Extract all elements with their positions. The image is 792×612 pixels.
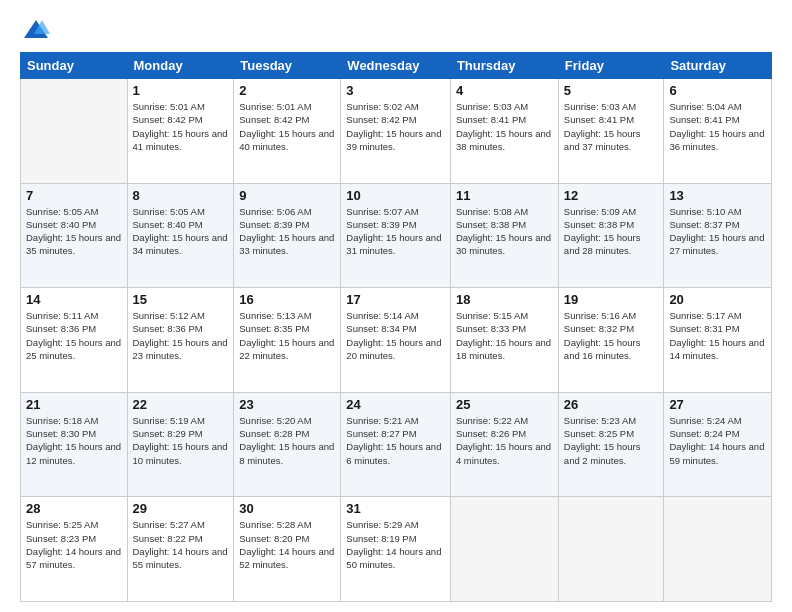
page: SundayMondayTuesdayWednesdayThursdayFrid… — [0, 0, 792, 612]
calendar-cell: 6Sunrise: 5:04 AM Sunset: 8:41 PM Daylig… — [664, 79, 772, 184]
day-number: 29 — [133, 501, 229, 516]
calendar-cell: 10Sunrise: 5:07 AM Sunset: 8:39 PM Dayli… — [341, 183, 451, 288]
calendar-cell: 3Sunrise: 5:02 AM Sunset: 8:42 PM Daylig… — [341, 79, 451, 184]
day-info: Sunrise: 5:02 AM Sunset: 8:42 PM Dayligh… — [346, 100, 445, 153]
day-number: 28 — [26, 501, 122, 516]
day-info: Sunrise: 5:12 AM Sunset: 8:36 PM Dayligh… — [133, 309, 229, 362]
calendar-cell: 21Sunrise: 5:18 AM Sunset: 8:30 PM Dayli… — [21, 392, 128, 497]
day-info: Sunrise: 5:14 AM Sunset: 8:34 PM Dayligh… — [346, 309, 445, 362]
day-number: 24 — [346, 397, 445, 412]
calendar-cell: 20Sunrise: 5:17 AM Sunset: 8:31 PM Dayli… — [664, 288, 772, 393]
weekday-header: Saturday — [664, 53, 772, 79]
day-info: Sunrise: 5:05 AM Sunset: 8:40 PM Dayligh… — [133, 205, 229, 258]
day-number: 8 — [133, 188, 229, 203]
calendar-cell: 8Sunrise: 5:05 AM Sunset: 8:40 PM Daylig… — [127, 183, 234, 288]
header — [20, 16, 772, 44]
day-number: 25 — [456, 397, 553, 412]
calendar-cell: 1Sunrise: 5:01 AM Sunset: 8:42 PM Daylig… — [127, 79, 234, 184]
weekday-header: Thursday — [450, 53, 558, 79]
day-number: 23 — [239, 397, 335, 412]
day-number: 10 — [346, 188, 445, 203]
day-info: Sunrise: 5:27 AM Sunset: 8:22 PM Dayligh… — [133, 518, 229, 571]
calendar-cell: 24Sunrise: 5:21 AM Sunset: 8:27 PM Dayli… — [341, 392, 451, 497]
day-info: Sunrise: 5:17 AM Sunset: 8:31 PM Dayligh… — [669, 309, 766, 362]
weekday-header: Friday — [558, 53, 664, 79]
day-number: 21 — [26, 397, 122, 412]
calendar-cell: 13Sunrise: 5:10 AM Sunset: 8:37 PM Dayli… — [664, 183, 772, 288]
calendar-week-row: 7Sunrise: 5:05 AM Sunset: 8:40 PM Daylig… — [21, 183, 772, 288]
day-info: Sunrise: 5:21 AM Sunset: 8:27 PM Dayligh… — [346, 414, 445, 467]
calendar-cell: 31Sunrise: 5:29 AM Sunset: 8:19 PM Dayli… — [341, 497, 451, 602]
day-number: 14 — [26, 292, 122, 307]
day-number: 12 — [564, 188, 659, 203]
day-number: 4 — [456, 83, 553, 98]
calendar-week-row: 1Sunrise: 5:01 AM Sunset: 8:42 PM Daylig… — [21, 79, 772, 184]
logo-icon — [22, 16, 50, 44]
day-info: Sunrise: 5:19 AM Sunset: 8:29 PM Dayligh… — [133, 414, 229, 467]
calendar-cell: 16Sunrise: 5:13 AM Sunset: 8:35 PM Dayli… — [234, 288, 341, 393]
day-number: 26 — [564, 397, 659, 412]
day-number: 20 — [669, 292, 766, 307]
day-info: Sunrise: 5:04 AM Sunset: 8:41 PM Dayligh… — [669, 100, 766, 153]
day-info: Sunrise: 5:18 AM Sunset: 8:30 PM Dayligh… — [26, 414, 122, 467]
day-number: 7 — [26, 188, 122, 203]
day-info: Sunrise: 5:09 AM Sunset: 8:38 PM Dayligh… — [564, 205, 659, 258]
calendar-cell: 14Sunrise: 5:11 AM Sunset: 8:36 PM Dayli… — [21, 288, 128, 393]
day-info: Sunrise: 5:10 AM Sunset: 8:37 PM Dayligh… — [669, 205, 766, 258]
weekday-header-row: SundayMondayTuesdayWednesdayThursdayFrid… — [21, 53, 772, 79]
calendar-cell: 12Sunrise: 5:09 AM Sunset: 8:38 PM Dayli… — [558, 183, 664, 288]
day-number: 16 — [239, 292, 335, 307]
day-number: 30 — [239, 501, 335, 516]
calendar-table: SundayMondayTuesdayWednesdayThursdayFrid… — [20, 52, 772, 602]
calendar-cell: 30Sunrise: 5:28 AM Sunset: 8:20 PM Dayli… — [234, 497, 341, 602]
calendar-cell: 23Sunrise: 5:20 AM Sunset: 8:28 PM Dayli… — [234, 392, 341, 497]
weekday-header: Tuesday — [234, 53, 341, 79]
day-info: Sunrise: 5:23 AM Sunset: 8:25 PM Dayligh… — [564, 414, 659, 467]
calendar-week-row: 28Sunrise: 5:25 AM Sunset: 8:23 PM Dayli… — [21, 497, 772, 602]
day-number: 19 — [564, 292, 659, 307]
weekday-header: Wednesday — [341, 53, 451, 79]
calendar-cell — [450, 497, 558, 602]
day-number: 2 — [239, 83, 335, 98]
day-number: 6 — [669, 83, 766, 98]
day-number: 1 — [133, 83, 229, 98]
weekday-header: Monday — [127, 53, 234, 79]
calendar-cell — [664, 497, 772, 602]
day-info: Sunrise: 5:22 AM Sunset: 8:26 PM Dayligh… — [456, 414, 553, 467]
day-info: Sunrise: 5:06 AM Sunset: 8:39 PM Dayligh… — [239, 205, 335, 258]
day-info: Sunrise: 5:08 AM Sunset: 8:38 PM Dayligh… — [456, 205, 553, 258]
calendar-week-row: 21Sunrise: 5:18 AM Sunset: 8:30 PM Dayli… — [21, 392, 772, 497]
day-info: Sunrise: 5:28 AM Sunset: 8:20 PM Dayligh… — [239, 518, 335, 571]
day-info: Sunrise: 5:20 AM Sunset: 8:28 PM Dayligh… — [239, 414, 335, 467]
day-number: 11 — [456, 188, 553, 203]
calendar-cell: 27Sunrise: 5:24 AM Sunset: 8:24 PM Dayli… — [664, 392, 772, 497]
day-info: Sunrise: 5:05 AM Sunset: 8:40 PM Dayligh… — [26, 205, 122, 258]
day-info: Sunrise: 5:16 AM Sunset: 8:32 PM Dayligh… — [564, 309, 659, 362]
calendar-cell — [558, 497, 664, 602]
calendar-week-row: 14Sunrise: 5:11 AM Sunset: 8:36 PM Dayli… — [21, 288, 772, 393]
calendar-cell: 2Sunrise: 5:01 AM Sunset: 8:42 PM Daylig… — [234, 79, 341, 184]
calendar-cell: 9Sunrise: 5:06 AM Sunset: 8:39 PM Daylig… — [234, 183, 341, 288]
calendar-cell: 22Sunrise: 5:19 AM Sunset: 8:29 PM Dayli… — [127, 392, 234, 497]
calendar-cell: 25Sunrise: 5:22 AM Sunset: 8:26 PM Dayli… — [450, 392, 558, 497]
logo — [20, 20, 50, 44]
calendar-cell: 19Sunrise: 5:16 AM Sunset: 8:32 PM Dayli… — [558, 288, 664, 393]
calendar-cell: 5Sunrise: 5:03 AM Sunset: 8:41 PM Daylig… — [558, 79, 664, 184]
day-info: Sunrise: 5:13 AM Sunset: 8:35 PM Dayligh… — [239, 309, 335, 362]
day-info: Sunrise: 5:07 AM Sunset: 8:39 PM Dayligh… — [346, 205, 445, 258]
day-number: 15 — [133, 292, 229, 307]
calendar-cell — [21, 79, 128, 184]
calendar-cell: 29Sunrise: 5:27 AM Sunset: 8:22 PM Dayli… — [127, 497, 234, 602]
calendar-cell: 11Sunrise: 5:08 AM Sunset: 8:38 PM Dayli… — [450, 183, 558, 288]
calendar-cell: 7Sunrise: 5:05 AM Sunset: 8:40 PM Daylig… — [21, 183, 128, 288]
day-info: Sunrise: 5:01 AM Sunset: 8:42 PM Dayligh… — [239, 100, 335, 153]
day-number: 9 — [239, 188, 335, 203]
day-number: 22 — [133, 397, 229, 412]
day-number: 18 — [456, 292, 553, 307]
calendar-cell: 4Sunrise: 5:03 AM Sunset: 8:41 PM Daylig… — [450, 79, 558, 184]
day-info: Sunrise: 5:11 AM Sunset: 8:36 PM Dayligh… — [26, 309, 122, 362]
day-info: Sunrise: 5:15 AM Sunset: 8:33 PM Dayligh… — [456, 309, 553, 362]
day-number: 27 — [669, 397, 766, 412]
day-number: 13 — [669, 188, 766, 203]
day-info: Sunrise: 5:03 AM Sunset: 8:41 PM Dayligh… — [564, 100, 659, 153]
